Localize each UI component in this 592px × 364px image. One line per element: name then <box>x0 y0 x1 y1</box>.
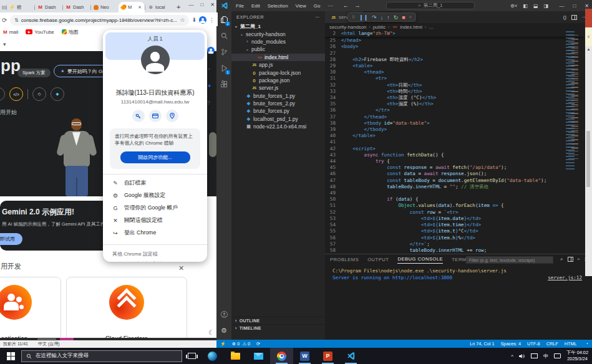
tree-item-第二周_1[interactable]: ⌄第二周_1 <box>231 22 325 30</box>
activitybar-source-control[interactable] <box>216 44 231 60</box>
nav-forward-icon[interactable]: → <box>354 2 360 9</box>
console-source-link[interactable]: server.js:12 <box>548 274 582 281</box>
panel-find-icon[interactable]: ⌕ <box>560 256 563 262</box>
tree-item-brute_forces_1.py[interactable]: ◆brute_forces_1.py <box>231 92 325 100</box>
taskbar-explorer-icon[interactable] <box>224 348 247 364</box>
plan-badge[interactable]: Spark 方案 <box>17 69 51 77</box>
start-button[interactable] <box>0 348 21 364</box>
status-utf-8[interactable]: UTF-8 <box>527 341 540 347</box>
gemini-sparkle-icon[interactable]: ✦ <box>207 83 212 89</box>
tree-item-package.json[interactable]: {}package.json <box>231 77 325 84</box>
toggle-output-icon[interactable]: () <box>563 14 566 20</box>
step-into-icon[interactable]: ↓ <box>381 14 384 21</box>
explorer-more-icon[interactable]: ⋯ <box>315 14 320 20</box>
status-ln[interactable]: Ln 74, Col 1 <box>470 341 494 347</box>
volume-icon[interactable] <box>519 353 525 359</box>
toggle-panel-left-icon[interactable]: ◧ <box>523 3 528 9</box>
taskbar-edge-icon[interactable] <box>201 348 224 364</box>
account-icon[interactable] <box>216 306 231 322</box>
settings-gear-icon[interactable]: ⚙ <box>216 322 231 338</box>
restart-icon[interactable]: ↻ <box>394 14 399 21</box>
minimap[interactable] <box>566 31 582 171</box>
step-out-icon[interactable]: ↑ <box>387 14 390 21</box>
payment-card-icon[interactable] <box>149 110 162 122</box>
pause-icon[interactable]: ❙❙ <box>359 14 368 21</box>
address-bar[interactable]: ⇅ console.firebase.google.com/project/my… <box>10 15 189 26</box>
touch-keyboard-icon[interactable] <box>554 353 561 358</box>
project-selector-caret-icon[interactable]: ▾ <box>3 41 6 47</box>
banner-try-button[interactable]: 即试用 <box>0 233 22 245</box>
status-spaces[interactable]: Spaces: 4 <box>501 341 521 347</box>
platform-web-button[interactable]: </> <box>9 87 23 101</box>
notifications-bell-icon[interactable]: ◔ <box>207 66 210 72</box>
browser-tab[interactable]: ⚡校 <box>6 2 34 12</box>
tree-item-brute_forces.py[interactable]: ◆brute_forces.py <box>231 107 325 115</box>
platform-unity-button[interactable]: ◇ <box>32 87 46 101</box>
menubar-view[interactable]: View <box>292 3 310 9</box>
menubar-file[interactable]: File <box>232 3 248 9</box>
card-authentication[interactable]: entication <box>0 277 61 338</box>
tree-item-server.js[interactable]: JSserver.js <box>231 84 325 92</box>
browser-tab[interactable]: Neo <box>90 2 119 12</box>
reload-icon[interactable]: ⟳ <box>2 17 7 24</box>
command-search-box[interactable]: ⌕ 第二周_1 <box>386 2 475 9</box>
panel-collapse-icon[interactable]: ^ <box>578 257 580 262</box>
stop-icon[interactable]: ■ <box>402 14 405 21</box>
task-view-button[interactable] <box>182 353 201 359</box>
chrome-close-button[interactable]: ✕ <box>210 2 215 7</box>
status-crlf[interactable]: CRLF <box>546 341 558 347</box>
problems-indicator[interactable]: ⊗ 0 ⚠ 0 <box>232 341 250 347</box>
browser-tab-active[interactable]: M✕ <box>119 2 145 12</box>
taskbar-search-input[interactable]: 在這裡輸入文字來搜尋 <box>21 350 182 362</box>
enable-sync-button[interactable]: 開啟同步功能... <box>120 151 190 163</box>
clock[interactable]: 下午 04:02 2025/3/24 <box>566 350 588 362</box>
outline-section[interactable]: ›OUTLINE <box>231 317 325 324</box>
console-filter-input[interactable]: Filter (e.g. text, !exclude, \escape) <box>466 256 553 264</box>
tree-item-brute_forces_2.py[interactable]: ◆brute_forces_2.py <box>231 100 325 107</box>
dark-mode-moon-icon[interactable]: ☾ <box>208 329 214 336</box>
sync-indicator-icon[interactable]: ⟳ <box>256 341 260 347</box>
taskbar-vscode-icon[interactable] <box>339 348 362 364</box>
powerpoint-scrollbar[interactable]: ▲ <box>585 46 592 276</box>
menubar-⋯[interactable]: ⋯ <box>324 3 336 9</box>
breadcrumb-item[interactable]: security-handson <box>329 24 366 30</box>
account-avatar-icon[interactable] <box>207 47 215 54</box>
toggle-panel-right-icon[interactable]: ◨ <box>543 3 548 9</box>
tray-chevron-icon[interactable]: ^ <box>511 353 513 359</box>
platform-ios-button[interactable] <box>0 87 5 101</box>
profile-avatar-button[interactable] <box>199 16 206 24</box>
notifications-icon[interactable]: ◔ <box>586 341 588 347</box>
panel-tab-problems[interactable]: PROBLEMS <box>330 257 359 262</box>
platform-flutter-button[interactable]: ◆ <box>51 87 64 101</box>
vscode-maximize-button[interactable]: □ <box>573 3 576 9</box>
taskbar-chrome-icon[interactable] <box>270 348 293 364</box>
menu-item-gear[interactable]: ⚙Google 服務設定 <box>103 189 207 202</box>
code-editor[interactable]: 2<html lang="zh-TW"> 25</head>26<body>27… <box>325 31 584 254</box>
help-icon[interactable]: ? <box>207 100 210 106</box>
tree-item-public[interactable]: ⌄public <box>231 46 325 53</box>
tree-item-node_modules[interactable]: ›node_modules <box>231 38 325 46</box>
activitybar-run-debug[interactable]: 1 <box>216 60 231 76</box>
copilot-icon[interactable]: ⊚˅ <box>510 3 517 9</box>
status-html[interactable]: HTML <box>565 341 577 347</box>
card-cloud-firestore[interactable]: Cloud Firestore <box>66 277 187 338</box>
menubar-selection[interactable]: Selection <box>264 3 292 9</box>
taskbar-word-icon[interactable]: W <box>293 348 316 364</box>
timeline-section[interactable]: ›TIMELINE <box>231 324 325 332</box>
addresses-pin-icon[interactable] <box>166 110 178 122</box>
network-display-icon[interactable] <box>531 353 538 358</box>
step-over-icon[interactable]: ↷ <box>372 14 377 21</box>
menu-item-close[interactable]: ✕關閉這個設定檔 <box>103 214 207 227</box>
menu-item-pencil[interactable]: ✎自訂檔案 <box>103 177 207 189</box>
site-settings-icon[interactable]: ⇅ <box>14 17 19 23</box>
menubar-edit[interactable]: Edit <box>248 3 264 9</box>
menubar-go[interactable]: Go <box>310 3 324 9</box>
browser-tab[interactable]: ⊕local <box>145 2 173 12</box>
new-tab-button[interactable]: + <box>177 3 180 11</box>
breadcrumb-item[interactable]: index.html <box>400 24 422 30</box>
ime-indicator[interactable]: 中 <box>543 353 548 360</box>
panel-tab-output[interactable]: OUTPUT <box>367 257 389 262</box>
browser-tab[interactable]: MDash <box>62 2 90 12</box>
vscode-minimize-button[interactable]: — <box>559 3 564 9</box>
menu-item-signout[interactable]: ↪登出 Chrome <box>103 227 207 239</box>
